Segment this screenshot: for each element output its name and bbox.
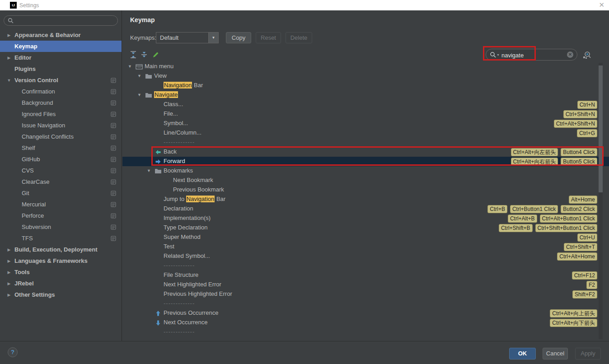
edit-pencil-icon[interactable] bbox=[152, 51, 160, 59]
label-text: Bar bbox=[192, 82, 203, 89]
shortcut-badge: Ctrl+Alt+Shift+N bbox=[554, 120, 597, 128]
tree-row-label: Previous Bookmark bbox=[173, 186, 224, 193]
sidebar-item-changelist-conflicts[interactable]: Changelist Conflicts bbox=[0, 131, 122, 142]
expand-all-icon[interactable] bbox=[129, 51, 137, 59]
tree-row-next-occurrence[interactable]: Next OccurrenceCtrl+Alt+向下箭头 bbox=[122, 318, 609, 327]
find-actions-by-shortcut-icon[interactable] bbox=[582, 51, 591, 60]
sidebar-item-cvs[interactable]: CVS bbox=[0, 165, 122, 176]
sidebar-item-mercurial[interactable]: Mercurial bbox=[0, 199, 122, 210]
tree-row-class[interactable]: Class...Ctrl+N bbox=[122, 100, 609, 109]
tree-row-file-structure[interactable]: File StructureCtrl+F12 bbox=[122, 271, 609, 280]
tree-row-next-bookmark[interactable]: Next Bookmark bbox=[122, 176, 609, 185]
tree-row-test[interactable]: TestCtrl+Shift+T bbox=[122, 242, 609, 252]
label-text: Next Bookmark bbox=[173, 177, 213, 183]
label-text: Declaration bbox=[164, 205, 193, 212]
sidebar-item-jrebel[interactable]: ▶JRebel bbox=[0, 278, 122, 289]
sidebar-item-label: Build, Execution, Deployment bbox=[14, 246, 97, 253]
sidebar-item-confirmation[interactable]: Confirmation bbox=[0, 86, 122, 97]
chevron-right-icon[interactable]: ▶ bbox=[6, 293, 12, 297]
chevron-right-icon[interactable]: ▶ bbox=[6, 33, 12, 37]
tree-row-jump-to-navigation-bar[interactable]: Jump to Navigation BarAlt+Home bbox=[122, 195, 609, 204]
apply-button[interactable]: Apply bbox=[575, 348, 601, 359]
shortcut-badges: Ctrl+G bbox=[574, 129, 597, 137]
tree-row-label: Jump to Navigation Bar bbox=[164, 196, 225, 202]
tree-row-previous-bookmark[interactable]: Previous Bookmark bbox=[122, 185, 609, 195]
sidebar-item-perforce[interactable]: Perforce bbox=[0, 210, 122, 221]
label-text: Class... bbox=[164, 101, 183, 107]
sidebar-item-clearcase[interactable]: ClearCase bbox=[0, 176, 122, 187]
tree-row-type-declaration[interactable]: Type DeclarationCtrl+Shift+BCtrl+Shift+B… bbox=[122, 223, 609, 233]
shortcut-badges: Ctrl+Shift+N bbox=[561, 110, 597, 118]
label-text: Symbol... bbox=[164, 120, 188, 126]
sidebar-item-label: Subversion bbox=[22, 224, 51, 230]
sidebar-item-label: Changelist Conflicts bbox=[22, 133, 74, 140]
tree-row-implementation-s[interactable]: Implementation(s)Ctrl+Alt+BCtrl+Alt+Butt… bbox=[122, 214, 609, 223]
sidebar-item-background[interactable]: Background bbox=[0, 97, 122, 108]
tree-row-file[interactable]: File...Ctrl+Shift+N bbox=[122, 109, 609, 119]
tree-row-bookmarks[interactable]: ▼Bookmarks bbox=[122, 166, 609, 176]
copy-button[interactable]: Copy bbox=[226, 32, 251, 43]
folder-icon bbox=[155, 168, 162, 175]
collapse-all-icon[interactable] bbox=[140, 51, 148, 59]
chevron-right-icon[interactable]: ▶ bbox=[6, 281, 12, 286]
close-icon[interactable]: ✕ bbox=[599, 1, 604, 9]
scrollbar-thumb[interactable] bbox=[599, 65, 603, 192]
clear-search-icon[interactable]: ✕ bbox=[567, 51, 573, 58]
settings-search-input[interactable] bbox=[16, 16, 115, 26]
sidebar-item-git[interactable]: Git bbox=[0, 187, 122, 199]
sidebar-item-subversion[interactable]: Subversion bbox=[0, 221, 122, 233]
sidebar-item-languages-frameworks[interactable]: ▶Languages & Frameworks bbox=[0, 255, 122, 266]
chevron-right-icon[interactable]: ▶ bbox=[6, 270, 12, 275]
label-text: Next Occurrence bbox=[164, 319, 208, 326]
chevron-down-icon[interactable]: ▼ bbox=[6, 78, 12, 83]
sidebar-item-github[interactable]: GitHub bbox=[0, 154, 122, 165]
sidebar-item-issue-navigation[interactable]: Issue Navigation bbox=[0, 120, 122, 131]
tree-row-previous-occurrence[interactable]: Previous OccurrenceCtrl+Alt+向上箭头 bbox=[122, 308, 609, 318]
sidebar-item-keymap[interactable]: Keymap bbox=[0, 41, 122, 52]
sidebar-item-label: CVS bbox=[22, 167, 34, 174]
label-text: Bar bbox=[215, 196, 225, 202]
sidebar-item-appearance-behavior[interactable]: ▶Appearance & Behavior bbox=[0, 29, 122, 41]
sidebar-item-build-execution-deployment[interactable]: ▶Build, Execution, Deployment bbox=[0, 244, 122, 255]
tree-row-navigation-bar[interactable]: Navigation Bar bbox=[122, 81, 609, 90]
sidebar-item-tfs[interactable]: TFS bbox=[0, 233, 122, 244]
tree-row-symbol[interactable]: Symbol...Ctrl+Alt+Shift+N bbox=[122, 119, 609, 128]
sidebar-item-editor[interactable]: ▶Editor bbox=[0, 52, 122, 63]
sidebar-item-plugins[interactable]: Plugins bbox=[0, 63, 122, 75]
tree-row-related-symbol[interactable]: Related Symbol...Ctrl+Alt+Home bbox=[122, 252, 609, 261]
sidebar-item-label: Mercurial bbox=[22, 201, 46, 208]
chevron-right-icon[interactable]: ▶ bbox=[6, 56, 12, 60]
shortcut-badge: Ctrl+Alt+Button1 Click bbox=[540, 215, 597, 223]
tree-row-next-highlighted-error[interactable]: Next Highlighted ErrorF2 bbox=[122, 280, 609, 289]
sidebar-item-shelf[interactable]: Shelf bbox=[0, 142, 122, 154]
chevron-down-icon[interactable]: ▼ bbox=[147, 168, 151, 173]
shared-settings-icon bbox=[111, 112, 116, 118]
ok-button[interactable]: OK bbox=[509, 348, 536, 359]
shortcut-badge: Ctrl+U bbox=[577, 233, 597, 242]
chevron-down-icon[interactable]: ▼ bbox=[208, 33, 218, 43]
chevron-down-icon[interactable]: ▼ bbox=[137, 74, 141, 78]
tree-row-navigate[interactable]: ▼Navigate bbox=[122, 90, 609, 100]
cancel-button[interactable]: Cancel bbox=[543, 348, 568, 359]
chevron-right-icon[interactable]: ▶ bbox=[6, 259, 12, 263]
reset-button[interactable]: Reset bbox=[256, 32, 281, 43]
tree-row-line-column[interactable]: Line/Column...Ctrl+G bbox=[122, 128, 609, 138]
sidebar-item-ignored-files[interactable]: Ignored Files bbox=[0, 108, 122, 120]
tree-row-previous-highlighted-error[interactable]: Previous Highlighted ErrorShift+F2 bbox=[122, 289, 609, 299]
keymap-select[interactable]: Default ▼ bbox=[156, 32, 219, 43]
tree-row-main-menu[interactable]: ▼Main menu bbox=[122, 62, 609, 71]
sidebar-item-tools[interactable]: ▶Tools bbox=[0, 266, 122, 278]
settings-search-box[interactable] bbox=[4, 15, 118, 26]
tree-row-super-method[interactable]: Super MethodCtrl+U bbox=[122, 233, 609, 242]
help-button[interactable]: ? bbox=[8, 347, 18, 357]
search-match-highlight: Navigation bbox=[164, 82, 192, 89]
tree-row-declaration[interactable]: DeclarationCtrl+BCtrl+Button1 ClickButto… bbox=[122, 204, 609, 214]
tree-row-view[interactable]: ▼View bbox=[122, 71, 609, 81]
search-icon bbox=[8, 18, 14, 23]
chevron-down-icon[interactable]: ▼ bbox=[137, 93, 141, 97]
chevron-down-icon[interactable]: ▼ bbox=[128, 64, 132, 69]
chevron-right-icon[interactable]: ▶ bbox=[6, 247, 12, 252]
sidebar-item-other-settings[interactable]: ▶Other Settings bbox=[0, 289, 122, 300]
delete-button[interactable]: Delete bbox=[286, 32, 312, 43]
sidebar-item-version-control[interactable]: ▼Version Control bbox=[0, 75, 122, 86]
